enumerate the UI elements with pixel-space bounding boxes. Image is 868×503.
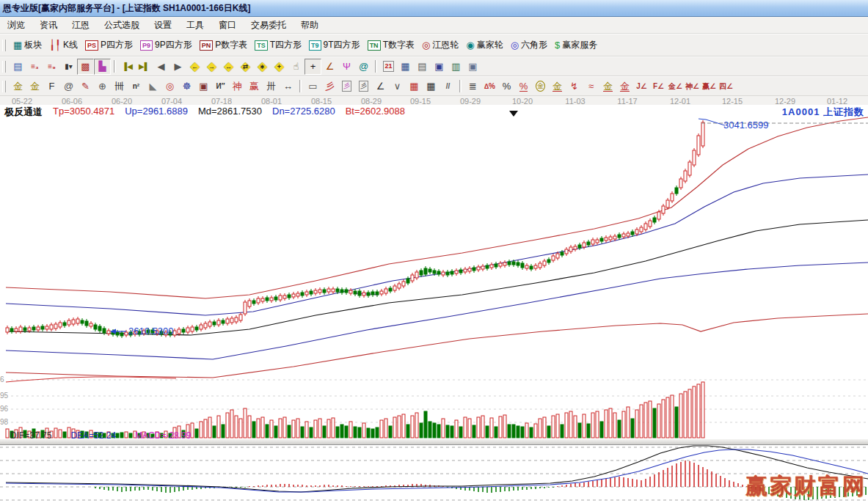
- prev-icon[interactable]: ◀: [153, 59, 169, 75]
- grid-arrow-icon[interactable]: ▦: [423, 78, 440, 95]
- diamond-expand-icon[interactable]: ◆↔: [220, 59, 237, 75]
- 9t-square-icon[interactable]: T99T四方形: [305, 37, 364, 54]
- scale-icon[interactable]: ≣: [464, 78, 481, 95]
- spiral-tool-icon[interactable]: @: [60, 78, 77, 95]
- bars-3-icon[interactable]: ≡₃: [26, 59, 43, 75]
- j-angle-icon[interactable]: J∠: [633, 78, 650, 95]
- n-square-icon[interactable]: n²: [128, 78, 145, 95]
- comb-ruler-icon[interactable]: 卌: [111, 78, 128, 95]
- star-box-icon[interactable]: ▣: [195, 78, 212, 95]
- comb-ruler-icon: 卌: [114, 81, 124, 91]
- target-icon[interactable]: ◎: [161, 78, 178, 95]
- pct-line-icon[interactable]: %: [515, 78, 532, 95]
- menu-item-交易委托[interactable]: 交易委托: [244, 18, 293, 33]
- gann-wheel-icon[interactable]: ◎江恩轮: [418, 37, 462, 54]
- menu-item-浏览[interactable]: 浏览: [0, 18, 32, 33]
- si-angle-icon[interactable]: 四∠: [718, 78, 734, 95]
- span-arrows-icon: ↔: [283, 81, 293, 91]
- gold-angle-icon[interactable]: 金∠: [667, 78, 684, 95]
- diamond-swap-icon[interactable]: ◆⇄: [237, 59, 254, 75]
- percent-icon[interactable]: %: [498, 78, 515, 95]
- histogram-icon[interactable]: ▙: [94, 59, 111, 75]
- winner-service-icon[interactable]: $赢家服务: [551, 37, 601, 54]
- hexagon-icon[interactable]: ◎六角形: [507, 37, 551, 54]
- export-image-icon[interactable]: ▥: [448, 59, 464, 75]
- n-square-icon: n²: [133, 81, 139, 91]
- pct-triangle-icon[interactable]: ∆%: [481, 78, 498, 95]
- p-digit-icon[interactable]: PNP数字表: [196, 37, 252, 54]
- wave-icon[interactable]: ≈: [583, 78, 599, 95]
- span-arrows-icon[interactable]: ↔: [280, 78, 296, 95]
- save-icon[interactable]: ▣: [431, 59, 448, 75]
- ying-icon[interactable]: 赢: [246, 78, 263, 95]
- first-page-icon[interactable]: ▐◀: [119, 59, 136, 75]
- menu-item-窗口[interactable]: 窗口: [211, 18, 244, 33]
- volume-axis-label: 6: [0, 375, 10, 383]
- bars-9-icon[interactable]: ≡₉: [43, 59, 60, 75]
- chart-area[interactable]: 极反通道 Tp=3050.4871Up=2961.6889Md=2861.753…: [0, 105, 868, 503]
- gold-grid2-icon[interactable]: 金: [26, 78, 43, 95]
- t-square-icon[interactable]: TST四方形: [251, 37, 305, 54]
- pane-splitter[interactable]: [0, 438, 868, 445]
- slash-lines-icon[interactable]: //: [440, 78, 456, 95]
- f-ruler-icon[interactable]: F: [43, 78, 60, 95]
- menu-item-工具[interactable]: 工具: [179, 18, 211, 33]
- fan-box2-icon: 彡: [359, 81, 368, 92]
- shen-angle-icon[interactable]: 神∠: [684, 78, 701, 95]
- sector-icon[interactable]: ▦板块: [10, 37, 45, 54]
- brush-icon[interactable]: ✎: [77, 78, 94, 95]
- ruler-123-icon[interactable]: 卅: [263, 78, 280, 95]
- fan-lines-icon[interactable]: 彡: [321, 78, 338, 95]
- 9p-square-icon[interactable]: P99P四方形: [136, 37, 196, 54]
- kline-icon[interactable]: ╽╿K线: [45, 37, 81, 54]
- diamond-left-icon[interactable]: ◆←: [186, 59, 203, 75]
- shen-icon[interactable]: 神: [229, 78, 246, 95]
- toolbar-drag-handle[interactable]: [2, 61, 6, 73]
- pitchfork-icon[interactable]: Ψ: [338, 59, 355, 75]
- menu-item-公式选股[interactable]: 公式选股: [97, 18, 147, 33]
- menu-item-设置[interactable]: 设置: [147, 18, 179, 33]
- angle-lines-icon[interactable]: ∠: [372, 78, 389, 95]
- toolbar-drag-handle[interactable]: [2, 40, 6, 51]
- notebook-icon[interactable]: ▤: [414, 59, 431, 75]
- diamond-star-icon[interactable]: ◆∗: [254, 59, 271, 75]
- k-marks-icon[interactable]: И″: [212, 78, 229, 95]
- ying-angle-icon[interactable]: 赢∠: [701, 78, 718, 95]
- gold-grid-icon[interactable]: 金: [10, 78, 26, 95]
- wheel-cross-icon[interactable]: ⊕: [94, 78, 111, 95]
- next-icon[interactable]: ▶: [169, 59, 186, 75]
- hand-icon[interactable]: ☝: [288, 59, 304, 75]
- calculator-icon[interactable]: ▦: [397, 59, 414, 75]
- menu-item-江恩[interactable]: 江恩: [65, 18, 97, 33]
- v-lines-icon[interactable]: ∨: [389, 78, 406, 95]
- starburst-icon[interactable]: ☸: [178, 78, 195, 95]
- menu-item-帮助[interactable]: 帮助: [293, 18, 326, 33]
- fan-box-icon[interactable]: 彡: [338, 78, 355, 95]
- diamond-move-icon[interactable]: ◆+: [271, 59, 288, 75]
- gold-underline-icon[interactable]: 金: [599, 78, 616, 95]
- calendar-icon[interactable]: 21: [380, 59, 397, 75]
- diamond-right-icon[interactable]: ◆→: [203, 59, 220, 75]
- angle-tool-icon[interactable]: ∠: [321, 59, 338, 75]
- winner-wheel-icon[interactable]: ◉赢家轮: [462, 37, 506, 54]
- crosshair-icon[interactable]: +: [304, 59, 321, 75]
- workstation-icon[interactable]: ▣: [464, 59, 481, 75]
- candle-period-icon[interactable]: ▮▾: [60, 59, 77, 75]
- grid-red-icon[interactable]: ▦: [406, 78, 423, 95]
- f-angle-icon[interactable]: F∠: [650, 78, 667, 95]
- gold-underline2-icon[interactable]: 金: [616, 78, 633, 95]
- last-page-icon[interactable]: ▶▌: [136, 59, 153, 75]
- layout-icon[interactable]: ▤: [10, 59, 26, 75]
- set-square-icon[interactable]: ◣: [145, 78, 161, 95]
- ink-pen-icon[interactable]: ↯: [566, 78, 583, 95]
- toolbar-drag-handle[interactable]: [2, 81, 6, 92]
- rect-tool-icon[interactable]: ▭: [304, 78, 321, 95]
- gold-line-icon[interactable]: 金: [549, 78, 566, 95]
- fan-box2-icon[interactable]: 彡: [355, 78, 372, 95]
- t-digit-icon[interactable]: TNT数字表: [364, 37, 418, 54]
- gold-circle-icon[interactable]: 金: [532, 78, 549, 95]
- pattern-icon[interactable]: ▩: [77, 59, 94, 75]
- spiral-icon[interactable]: @: [355, 59, 372, 75]
- menu-item-资讯[interactable]: 资讯: [32, 18, 65, 33]
- p-square-icon[interactable]: PSP四方形: [81, 37, 136, 54]
